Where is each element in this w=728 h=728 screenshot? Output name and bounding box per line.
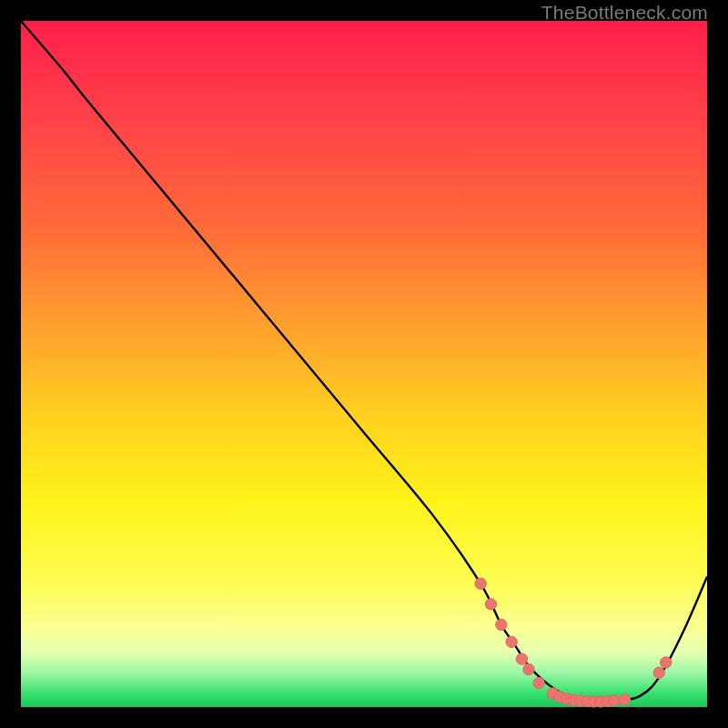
data-marker [533,677,544,688]
data-marker [653,667,664,678]
data-marker [475,578,486,589]
data-marker [485,599,496,610]
data-marker [661,657,672,668]
marker-group [475,578,672,707]
data-marker [506,636,517,647]
bottleneck-curve [21,21,707,702]
data-marker [523,663,534,674]
chart-frame: TheBottleneck.com [0,0,728,728]
watermark-label: TheBottleneck.com [541,2,708,24]
data-marker [496,619,507,630]
data-marker [619,694,630,705]
data-marker [609,695,620,706]
data-marker [516,653,527,664]
chart-svg [21,21,707,707]
